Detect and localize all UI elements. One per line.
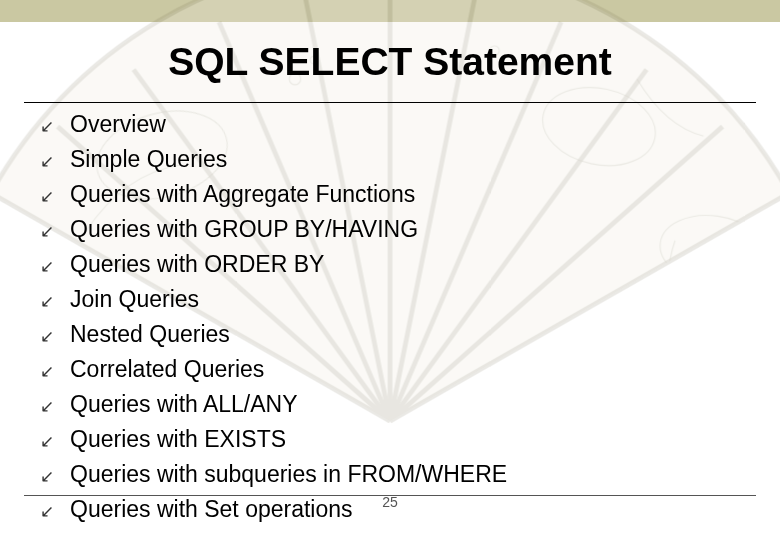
list-item-text: Overview: [70, 108, 166, 140]
top-decorative-band: [0, 0, 780, 22]
list-item-text: Nested Queries: [70, 318, 230, 350]
list-item-text: Correlated Queries: [70, 353, 264, 385]
list-item-text: Join Queries: [70, 283, 199, 315]
list-item: ↙Queries with GROUP BY/HAVING: [38, 213, 750, 248]
list-item: ↙Queries with Aggregate Functions: [38, 178, 750, 213]
list-item: ↙Queries with subqueries in FROM/WHERE: [38, 458, 750, 493]
list-item-text: Queries with GROUP BY/HAVING: [70, 213, 418, 245]
bullet-list: ↙Overview↙Simple Queries↙Queries with Ag…: [38, 108, 750, 528]
list-item: ↙Overview: [38, 108, 750, 143]
list-item-text: Queries with EXISTS: [70, 423, 286, 455]
list-item-text: Queries with ORDER BY: [70, 248, 324, 280]
arrow-bullet-icon: ↙: [38, 496, 70, 528]
list-item: ↙Simple Queries: [38, 143, 750, 178]
list-item-text: Queries with Set operations: [70, 493, 353, 525]
list-item-text: Queries with ALL/ANY: [70, 388, 298, 420]
list-item: ↙Queries with EXISTS: [38, 423, 750, 458]
list-item-text: Queries with Aggregate Functions: [70, 178, 415, 210]
list-item: ↙Correlated Queries: [38, 353, 750, 388]
list-item: ↙Nested Queries: [38, 318, 750, 353]
arrow-bullet-icon: ↙: [38, 461, 70, 493]
list-item: ↙Queries with ORDER BY: [38, 248, 750, 283]
arrow-bullet-icon: ↙: [38, 111, 70, 143]
arrow-bullet-icon: ↙: [38, 216, 70, 248]
list-item: ↙Join Queries: [38, 283, 750, 318]
arrow-bullet-icon: ↙: [38, 181, 70, 213]
arrow-bullet-icon: ↙: [38, 251, 70, 283]
title-underline: [24, 102, 756, 103]
arrow-bullet-icon: ↙: [38, 321, 70, 353]
arrow-bullet-icon: ↙: [38, 391, 70, 423]
arrow-bullet-icon: ↙: [38, 286, 70, 318]
list-item-text: Simple Queries: [70, 143, 227, 175]
page-number: 25: [382, 494, 398, 510]
list-item-text: Queries with subqueries in FROM/WHERE: [70, 458, 507, 490]
arrow-bullet-icon: ↙: [38, 356, 70, 388]
list-item: ↙Queries with ALL/ANY: [38, 388, 750, 423]
arrow-bullet-icon: ↙: [38, 146, 70, 178]
arrow-bullet-icon: ↙: [38, 426, 70, 458]
slide-title: SQL SELECT Statement: [0, 40, 780, 84]
